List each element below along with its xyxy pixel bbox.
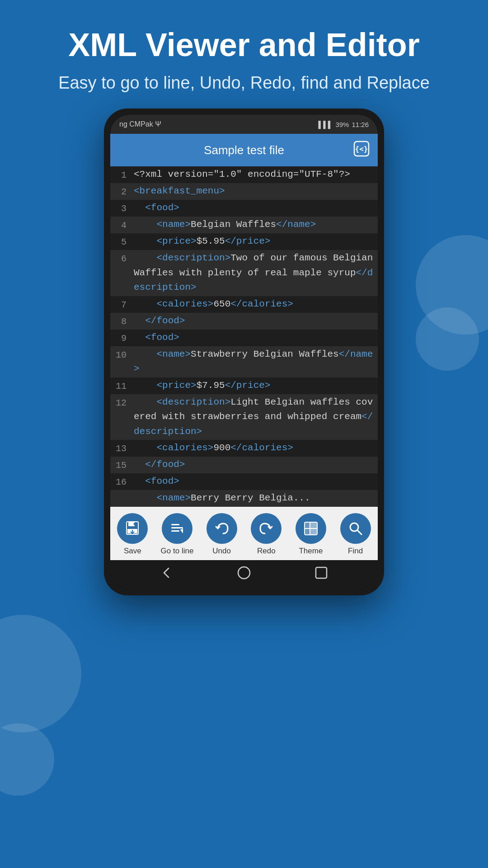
xml-line-6: 6 <description>Two of our famous Belgian… <box>110 250 378 296</box>
svg-rect-17 <box>316 567 327 578</box>
xml-line-13: 13 <calories>900</calories> <box>110 440 378 457</box>
svg-point-5 <box>134 523 136 525</box>
back-button[interactable] <box>160 566 174 583</box>
signal-icon: ▌▌▌ <box>319 121 333 128</box>
svg-rect-7 <box>171 527 183 528</box>
undo-button[interactable] <box>206 513 237 544</box>
phone-mockup: ng CMPak Ψ ▌▌▌ 39% 11:26 Sample test fil… <box>104 108 384 595</box>
app-title: XML Viewer and Editor <box>27 27 461 63</box>
redo-button[interactable] <box>251 513 282 544</box>
status-bar: ng CMPak Ψ ▌▌▌ 39% 11:26 <box>110 115 378 134</box>
carrier-text: ng CMPak Ψ <box>119 120 161 128</box>
theme-button[interactable] <box>296 513 326 544</box>
svg-point-16 <box>238 567 250 579</box>
xml-line-8: 8 </food> <box>110 313 378 330</box>
xml-line-1: 1 <?xml version="1.0" encoding="UTF-8"?> <box>110 166 378 183</box>
bottom-toolbar: Save Go to line <box>110 507 378 560</box>
time-display: 11:26 <box>352 121 369 128</box>
xml-line-12: 12 <description>Light Belgian waffles co… <box>110 394 378 440</box>
xml-line-partial: <name>Berry Berry Belgia... <box>110 490 378 507</box>
theme-label: Theme <box>299 547 323 556</box>
theme-icon <box>303 521 319 536</box>
home-button[interactable] <box>237 566 251 583</box>
save-button[interactable] <box>117 513 148 544</box>
svg-line-15 <box>357 530 361 534</box>
status-bar-right: ▌▌▌ 39% 11:26 <box>319 121 369 128</box>
redo-icon <box>258 521 274 536</box>
phone-outer: ng CMPak Ψ ▌▌▌ 39% 11:26 Sample test fil… <box>104 108 384 595</box>
toolbar-item-redo[interactable]: Redo <box>248 513 284 556</box>
toolbar-item-find[interactable]: Find <box>338 513 374 556</box>
nav-bar <box>110 560 378 589</box>
app-header: Sample test file {<} <box>110 134 378 166</box>
share-icon[interactable]: {<} <box>353 141 370 160</box>
goto-line-button[interactable] <box>162 513 192 544</box>
xml-line-3: 3 <food> <box>110 200 378 217</box>
undo-icon <box>214 521 230 536</box>
recent-apps-button[interactable] <box>314 566 328 583</box>
svg-text:{<}: {<} <box>355 145 368 153</box>
bg-decoration-4 <box>0 723 54 796</box>
xml-line-11: 11 <price>$7.95</price> <box>110 377 378 394</box>
xml-line-15: 15 </food> <box>110 457 378 473</box>
toolbar-item-save[interactable]: Save <box>114 513 150 556</box>
app-subtitle: Easy to go to line, Undo, Redo, find and… <box>27 72 461 94</box>
find-icon <box>348 521 363 536</box>
redo-label: Redo <box>257 547 276 556</box>
save-label: Save <box>124 547 141 556</box>
battery-icon: 39% <box>335 121 349 128</box>
goto-line-label: Go to line <box>161 547 194 556</box>
xml-line-16: 16 <food> <box>110 473 378 490</box>
goto-line-icon <box>169 521 185 536</box>
file-title: Sample test file <box>204 143 284 157</box>
find-label: Find <box>348 547 363 556</box>
header-section: XML Viewer and Editor Easy to go to line… <box>0 0 488 113</box>
toolbar-item-gotoline[interactable]: Go to line <box>159 513 195 556</box>
toolbar-item-undo[interactable]: Undo <box>204 513 240 556</box>
xml-line-4: 4 <name>Belgian Waffles</name> <box>110 217 378 233</box>
xml-line-7: 7 <calories>650</calories> <box>110 296 378 313</box>
xml-line-5: 5 <price>$5.95</price> <box>110 233 378 250</box>
xml-editor[interactable]: 1 <?xml version="1.0" encoding="UTF-8"?>… <box>110 166 378 507</box>
toolbar-item-theme[interactable]: Theme <box>293 513 329 556</box>
save-icon <box>125 521 140 536</box>
bg-decoration-2 <box>416 307 479 371</box>
xml-line-10: 10 <name>Strawberry Belgian Waffles</nam… <box>110 346 378 377</box>
svg-rect-8 <box>171 530 179 532</box>
svg-rect-6 <box>171 524 179 525</box>
phone-inner: ng CMPak Ψ ▌▌▌ 39% 11:26 Sample test fil… <box>110 115 378 589</box>
undo-label: Undo <box>212 547 231 556</box>
xml-line-2: 2 <breakfast_menu> <box>110 183 378 200</box>
xml-line-9: 9 <food> <box>110 330 378 346</box>
bg-decoration-3 <box>0 615 81 732</box>
find-button[interactable] <box>340 513 371 544</box>
